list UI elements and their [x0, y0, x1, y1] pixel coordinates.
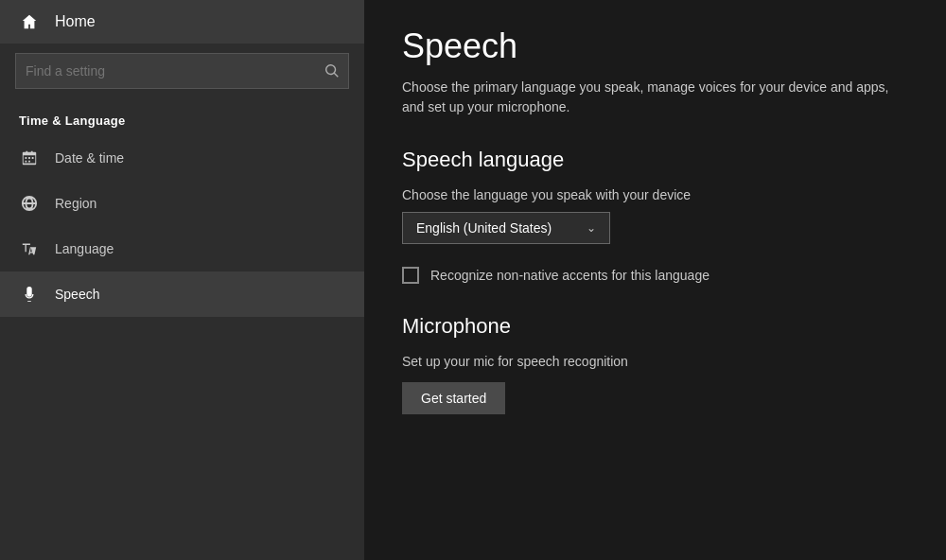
speech-language-heading: Speech language: [402, 148, 908, 172]
region-label: Region: [55, 196, 96, 211]
page-description: Choose the primary language you speak, m…: [402, 78, 908, 117]
accent-checkbox[interactable]: [402, 267, 419, 284]
speech-label: Speech: [55, 287, 99, 302]
home-label: Home: [55, 13, 96, 30]
language-dropdown[interactable]: English (United States) ⌄: [402, 212, 610, 244]
sidebar-item-region[interactable]: Region: [0, 181, 364, 226]
chevron-down-icon: ⌄: [587, 221, 596, 235]
get-started-button[interactable]: Get started: [402, 382, 505, 414]
sidebar-home-item[interactable]: Home: [0, 0, 364, 44]
section-title: Time & Language: [0, 104, 364, 135]
search-button[interactable]: [325, 64, 339, 78]
main-content: Speech Choose the primary language you s…: [364, 0, 946, 560]
language-select-label: Choose the language you speak with your …: [402, 187, 908, 202]
microphone-description: Set up your mic for speech recognition: [402, 354, 908, 369]
sidebar-item-speech[interactable]: Speech: [0, 271, 364, 317]
accent-checkbox-row: Recognize non-native accents for this la…: [402, 267, 908, 284]
accent-checkbox-label: Recognize non-native accents for this la…: [430, 268, 710, 283]
search-input[interactable]: [26, 63, 325, 79]
search-box: [15, 53, 349, 89]
language-icon: [19, 238, 40, 259]
sidebar-item-language[interactable]: Language: [0, 226, 364, 271]
language-label: Language: [55, 241, 114, 256]
search-container: [0, 44, 364, 104]
sidebar: Home Time & Language Date & time: [0, 0, 364, 560]
language-selected-value: English (United States): [416, 220, 552, 236]
sidebar-item-date-time[interactable]: Date & time: [0, 135, 364, 181]
microphone-heading: Microphone: [402, 314, 908, 339]
page-title: Speech: [402, 26, 908, 66]
calendar-icon: [19, 148, 40, 168]
microphone-icon: [19, 284, 40, 305]
date-time-label: Date & time: [55, 150, 124, 166]
home-icon: [19, 11, 40, 32]
globe-icon: [19, 193, 40, 214]
